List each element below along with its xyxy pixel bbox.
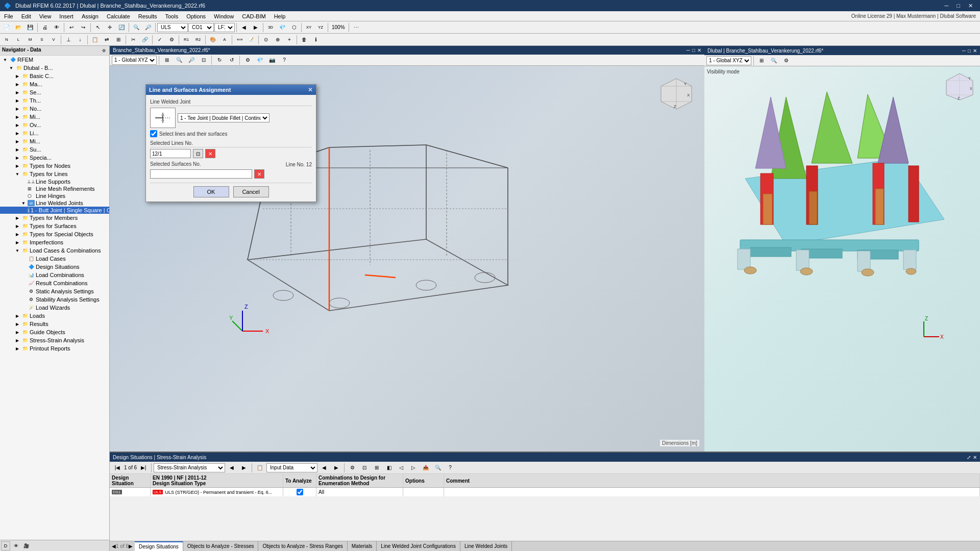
tb-3d[interactable]: 3D	[265, 22, 276, 33]
tb-undo[interactable]: ↩	[66, 22, 77, 33]
bottom-analysis-select[interactable]: Stress-Strain Analysis	[154, 463, 225, 472]
nav-types-lines[interactable]: ▼ 📁 Types for Lines	[0, 170, 109, 178]
viewport2-canvas[interactable]: Visibility mode	[704, 66, 980, 452]
tb-btn1[interactable]: ◀	[238, 22, 250, 33]
tb2-copy[interactable]: 📋	[89, 34, 101, 45]
nav-printout[interactable]: ▶ 📁 Printout Reports	[0, 344, 109, 353]
tb2-node[interactable]: N	[1, 34, 12, 45]
dialog-select-surfaces-checkbox[interactable]	[150, 130, 157, 137]
tb-redo[interactable]: ↪	[78, 22, 89, 33]
tab-welded-joints[interactable]: Line Welded Joints	[460, 541, 512, 551]
vp1-render[interactable]: 💎	[254, 55, 265, 66]
nav-weld-item-1[interactable]: 1 1 - Butt Joint | Single Square | Cont.…	[0, 207, 109, 214]
bottom-input-select[interactable]: Input Data	[266, 463, 317, 472]
selected-lines-input[interactable]	[150, 149, 191, 158]
close-button[interactable]: ✕	[965, 3, 976, 9]
bottom-input-next[interactable]: ▶	[331, 462, 342, 473]
nav-line-hinges[interactable]: ⬡ Line Hinges	[0, 192, 109, 199]
tb2-surface[interactable]: S	[36, 34, 47, 45]
vp1-tb2[interactable]: 🔍	[174, 55, 185, 66]
tb2-calc[interactable]: ⚙	[166, 34, 177, 45]
tb-move[interactable]: ✛	[104, 22, 115, 33]
nav-stability-analysis[interactable]: ⚙ Stability Analysis Settings	[0, 295, 109, 304]
tb-side[interactable]: YZ	[315, 22, 326, 33]
tb2-connect[interactable]: 🔗	[139, 34, 151, 45]
nav-se[interactable]: ▶ 📁 Se...	[0, 88, 109, 96]
nav-load-cases[interactable]: 📋 Load Cases	[0, 255, 109, 263]
menu-results[interactable]: Results	[134, 11, 161, 21]
dialog-ok-btn[interactable]: OK	[193, 186, 229, 197]
vp2-max[interactable]: □	[968, 48, 971, 54]
bottom-prev-analysis[interactable]: ◀	[226, 462, 237, 473]
tab-joint-configs[interactable]: Line Welded Joint Configurations	[377, 541, 460, 551]
bottom-nav-first[interactable]: |◀	[112, 462, 123, 473]
tb2-snap2[interactable]: ⊕	[272, 34, 283, 45]
tb2-del[interactable]: 🗑	[299, 34, 310, 45]
tb2-load[interactable]: ↓	[75, 34, 86, 45]
tb2-line[interactable]: L	[13, 34, 24, 45]
tab-next-btn[interactable]: ▶	[129, 543, 133, 549]
nav-ma[interactable]: ▶ 📁 Ma...	[0, 80, 109, 88]
tb-more[interactable]: ⋯	[351, 22, 362, 33]
nav-stress-strain[interactable]: ▶ 📁 Stress-Strain Analysis	[0, 336, 109, 344]
vp2-close[interactable]: ✕	[973, 48, 977, 54]
tb-lf-combo[interactable]: LF1	[214, 23, 235, 32]
vp1-tb5[interactable]: ↻	[214, 55, 225, 66]
nav-expand-basic[interactable]: ▶	[14, 74, 20, 79]
bottom-settings1[interactable]: ⚙	[347, 462, 358, 473]
nav-types-surfaces[interactable]: ▶ 📁 Types for Surfaces	[0, 222, 109, 230]
nav-su[interactable]: ▶ 📁 Su...	[0, 145, 109, 154]
vp1-settings[interactable]: ⚙	[242, 55, 253, 66]
menu-assign[interactable]: Assign	[78, 11, 103, 21]
vp1-tb4[interactable]: ⊡	[198, 55, 209, 66]
vp1-tb1[interactable]: ⊞	[161, 55, 173, 66]
bottom-settings4[interactable]: ◧	[383, 462, 395, 473]
tb-preview[interactable]: 👁	[51, 22, 62, 33]
tb-zoom-in[interactable]: 🔍	[131, 22, 142, 33]
nav-th[interactable]: ▶ 📁 Th...	[0, 96, 109, 105]
tb2-solid[interactable]: V	[48, 34, 59, 45]
vp1-tb3[interactable]: 🔎	[186, 55, 197, 66]
menu-view[interactable]: View	[35, 11, 56, 21]
vp2-tb2[interactable]: 🔍	[768, 55, 779, 66]
viewport1-min[interactable]: ─	[687, 47, 690, 53]
tb2-snap3[interactable]: +	[284, 34, 295, 45]
menu-edit[interactable]: Edit	[17, 11, 35, 21]
tab-objects-stress-ranges[interactable]: Objects to Analyze - Stress Ranges	[258, 541, 347, 551]
nav-no[interactable]: ▶ 📁 No...	[0, 105, 109, 113]
tb-print[interactable]: 🖨	[39, 22, 51, 33]
tb-front[interactable]: XY	[303, 22, 314, 33]
coord-system-select[interactable]: 1 - Global XYZ	[112, 56, 157, 65]
tb2-annotate[interactable]: 📝	[246, 34, 257, 45]
menu-help[interactable]: Help	[270, 11, 290, 21]
tb-btn2[interactable]: ▶	[250, 22, 261, 33]
vp1-screenshot[interactable]: 📷	[266, 55, 278, 66]
tb2-res2[interactable]: R2	[192, 34, 204, 45]
nav-basic[interactable]: ▶ 📁 Basic C...	[0, 72, 109, 80]
bottom-export[interactable]: 📤	[420, 462, 431, 473]
tb2-array[interactable]: ⊞	[113, 34, 124, 45]
tb-select[interactable]: ↖	[92, 22, 104, 33]
nav-settings[interactable]: ⚙	[100, 47, 107, 54]
nav-line-mesh[interactable]: ⊞ Line Mesh Refinements	[0, 185, 109, 192]
dialog-close-btn[interactable]: ✕	[308, 86, 313, 93]
bottom-filter[interactable]: 🔍	[432, 462, 444, 473]
nav-expand-rfem[interactable]: ▼	[2, 58, 8, 62]
tb2-res1[interactable]: R1	[181, 34, 192, 45]
vp2-min[interactable]: ─	[962, 48, 966, 54]
bottom-settings5[interactable]: ◁	[396, 462, 407, 473]
nav-bottom-data[interactable]: D	[1, 541, 10, 550]
bottom-input-prev[interactable]: ◀	[318, 462, 330, 473]
dialog-joint-type-select[interactable]: 1 - Tee Joint | Double Fillet | Continuo…	[178, 113, 270, 122]
tab-design-situations[interactable]: Design Situations	[135, 541, 183, 551]
minimize-button[interactable]: ─	[942, 3, 952, 9]
select-lines-btn[interactable]: ⊡	[193, 149, 203, 158]
tb-co-combo[interactable]: CO1	[188, 23, 214, 32]
nav-project[interactable]: ▼ 📁 Dlubal - B...	[0, 64, 109, 72]
tb-wire[interactable]: ⬡	[288, 22, 300, 33]
tab-materials[interactable]: Materials	[348, 541, 377, 551]
cell-analyze-ds1[interactable]	[283, 488, 316, 496]
maximize-button[interactable]: □	[953, 3, 963, 9]
clear-surfaces-btn[interactable]: ✕	[254, 169, 264, 179]
analyze-checkbox[interactable]	[297, 489, 303, 495]
